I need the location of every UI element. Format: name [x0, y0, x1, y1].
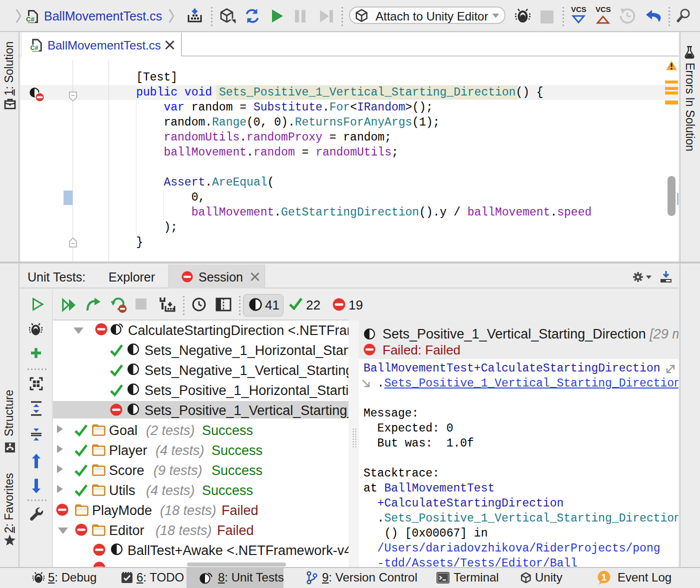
svg-text:1: 1 [602, 572, 606, 582]
svg-text:C#: C# [26, 16, 34, 23]
svg-text:C#: C# [30, 44, 38, 52]
